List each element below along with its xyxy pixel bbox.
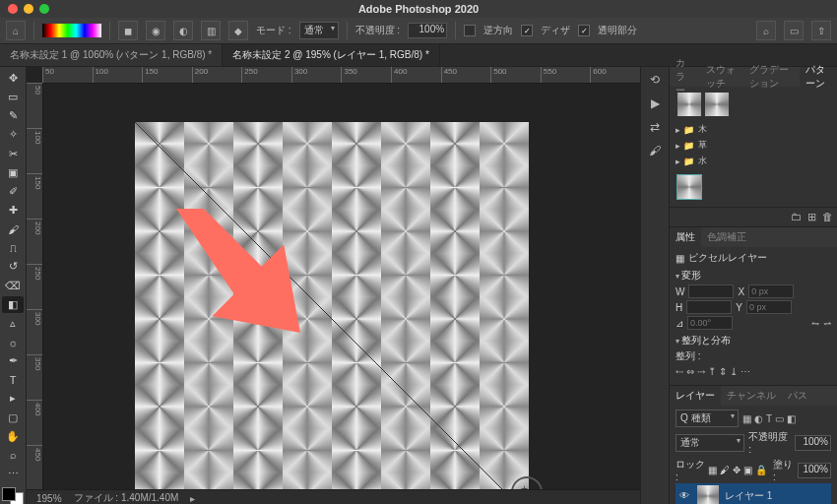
filter-type-icon[interactable]: T bbox=[766, 413, 772, 424]
new-pattern-icon[interactable]: ⊞ bbox=[807, 211, 816, 223]
dither-checkbox[interactable]: ✓ bbox=[521, 25, 533, 36]
filter-shape-icon[interactable]: ▭ bbox=[775, 413, 784, 424]
eyedropper-tool[interactable]: ✐ bbox=[2, 183, 24, 200]
crop-tool[interactable]: ✂ bbox=[2, 146, 24, 162]
workspace-icon[interactable]: ▭ bbox=[784, 21, 804, 40]
tab-channels[interactable]: チャンネル bbox=[721, 386, 782, 406]
zoom-readout[interactable]: 195% bbox=[36, 493, 62, 504]
delete-icon[interactable]: 🗑 bbox=[822, 211, 833, 223]
align-left-icon[interactable]: ⤎ bbox=[676, 366, 683, 377]
tab-gradients[interactable]: グラデーション bbox=[743, 67, 800, 87]
gradient-tool[interactable]: ◧ bbox=[2, 296, 24, 313]
transparency-checkbox[interactable]: ✓ bbox=[578, 25, 590, 36]
document-tab[interactable]: 名称未設定 1 @ 1060% (パターン 1, RGB/8) * bbox=[0, 44, 223, 66]
flip-v-icon[interactable]: ⥋ bbox=[823, 318, 831, 329]
type-tool[interactable]: T bbox=[2, 371, 24, 388]
edit-toolbar[interactable]: ⋯ bbox=[2, 466, 24, 482]
home-icon[interactable]: ⌂ bbox=[6, 21, 26, 40]
tab-paths[interactable]: パス bbox=[782, 386, 813, 406]
lock-position-icon[interactable]: ✥ bbox=[733, 465, 740, 475]
lasso-tool[interactable]: ✎ bbox=[2, 107, 24, 124]
align-top-icon[interactable]: ⤒ bbox=[708, 366, 716, 377]
pattern-folder[interactable]: 水 bbox=[676, 155, 831, 167]
layer-row[interactable]: 👁 レイヤー 1 bbox=[676, 483, 831, 504]
gradient-diamond-icon[interactable]: ◆ bbox=[228, 21, 248, 40]
x-input[interactable] bbox=[748, 284, 794, 298]
angle-input[interactable] bbox=[687, 316, 733, 330]
tab-color[interactable]: カラー bbox=[670, 67, 700, 87]
lock-artboard-icon[interactable]: ▣ bbox=[743, 465, 752, 475]
color-swatches[interactable] bbox=[42, 24, 101, 37]
canvas-area[interactable]: 50100150200250300350400450500550600 5010… bbox=[27, 67, 640, 504]
layer-name[interactable]: レイヤー 1 bbox=[725, 489, 772, 503]
pen-tool[interactable]: ✒ bbox=[2, 352, 24, 369]
align-vcenter-icon[interactable]: ⇕ bbox=[719, 366, 727, 377]
lock-all-icon[interactable]: 🔒 bbox=[755, 465, 767, 475]
distribute-icon[interactable]: ⋯ bbox=[740, 366, 750, 377]
pattern-folder[interactable]: 草 bbox=[676, 139, 831, 152]
layer-visibility-icon[interactable]: 👁 bbox=[679, 490, 691, 502]
brush-settings-icon[interactable]: ⇄ bbox=[646, 118, 664, 136]
layer-opacity-input[interactable]: 100% bbox=[795, 435, 831, 451]
fg-bg-colors[interactable] bbox=[2, 487, 24, 504]
document-tab[interactable]: 名称未設定 2 @ 195% (レイヤー 1, RGB/8) * bbox=[223, 44, 440, 66]
dodge-tool[interactable]: ☼ bbox=[2, 334, 24, 350]
history-brush-tool[interactable]: ↺ bbox=[2, 258, 24, 275]
blur-tool[interactable]: ▵ bbox=[2, 315, 24, 332]
opacity-input[interactable]: 100% bbox=[408, 23, 447, 38]
gradient-reflected-icon[interactable]: ▥ bbox=[201, 21, 221, 40]
transform-header[interactable]: 変形 bbox=[676, 269, 831, 283]
frame-tool[interactable]: ▣ bbox=[2, 164, 24, 181]
y-input[interactable] bbox=[746, 300, 792, 314]
width-input[interactable] bbox=[688, 284, 734, 298]
lock-image-icon[interactable]: 🖌 bbox=[720, 465, 730, 475]
document-canvas[interactable] bbox=[135, 122, 529, 504]
quick-select-tool[interactable]: ✧ bbox=[2, 126, 24, 143]
layer-filter-dropdown[interactable]: Q 種類 bbox=[676, 410, 739, 427]
flip-h-icon[interactable]: ⥊ bbox=[811, 318, 819, 329]
brush-tool[interactable]: 🖌 bbox=[2, 220, 24, 237]
align-bottom-icon[interactable]: ⤓ bbox=[730, 366, 738, 377]
filter-smart-icon[interactable]: ◧ bbox=[787, 413, 796, 424]
layer-thumbnail[interactable] bbox=[697, 485, 719, 504]
tab-patterns[interactable]: パターン bbox=[800, 67, 837, 88]
height-input[interactable] bbox=[686, 300, 732, 314]
spot-heal-tool[interactable]: ✚ bbox=[2, 202, 24, 219]
options-bar: ⌂ ◼ ◉ ◐ ▥ ◆ モード : 通常 不透明度 : 100% 逆方向 ✓ デ… bbox=[0, 18, 837, 44]
gradient-radial-icon[interactable]: ◉ bbox=[146, 21, 165, 40]
path-select-tool[interactable]: ▸ bbox=[2, 390, 24, 407]
actions-panel-icon[interactable]: ▶ bbox=[646, 94, 664, 112]
share-icon[interactable]: ⇧ bbox=[811, 21, 831, 40]
history-panel-icon[interactable]: ⟲ bbox=[646, 71, 664, 89]
align-header[interactable]: 整列と分布 bbox=[676, 334, 831, 347]
tab-properties[interactable]: 属性 bbox=[670, 227, 701, 248]
align-right-icon[interactable]: ⤏ bbox=[697, 366, 705, 377]
shape-tool[interactable]: ▢ bbox=[2, 410, 24, 426]
eraser-tool[interactable]: ⌫ bbox=[2, 278, 24, 294]
hand-tool[interactable]: ✋ bbox=[2, 428, 24, 445]
lock-transparent-icon[interactable]: ▦ bbox=[708, 465, 717, 475]
layer-fill-input[interactable]: 100% bbox=[798, 463, 831, 478]
tab-adjustments[interactable]: 色調補正 bbox=[701, 227, 752, 247]
search-icon[interactable]: ⌕ bbox=[756, 21, 776, 40]
pattern-thumb[interactable] bbox=[677, 93, 701, 116]
brushes-panel-icon[interactable]: 🖌 bbox=[646, 142, 664, 159]
layer-blend-dropdown[interactable]: 通常 bbox=[676, 434, 744, 452]
marquee-tool[interactable]: ▭ bbox=[2, 89, 24, 105]
reverse-checkbox[interactable] bbox=[464, 25, 476, 36]
pattern-folder[interactable]: 木 bbox=[676, 123, 831, 136]
filter-pixel-icon[interactable]: ▦ bbox=[742, 413, 751, 424]
pattern-thumb-selected[interactable] bbox=[677, 175, 701, 199]
tab-swatches[interactable]: スウォッチ bbox=[700, 67, 743, 87]
align-hcenter-icon[interactable]: ⇔ bbox=[686, 366, 694, 377]
clone-stamp-tool[interactable]: ⎍ bbox=[2, 239, 24, 256]
blend-mode-dropdown[interactable]: 通常 bbox=[299, 22, 339, 39]
pattern-thumb[interactable] bbox=[705, 93, 729, 116]
gradient-angle-icon[interactable]: ◐ bbox=[173, 21, 193, 40]
filter-adjust-icon[interactable]: ◐ bbox=[754, 413, 763, 424]
tab-layers[interactable]: レイヤー bbox=[670, 386, 721, 407]
gradient-linear-icon[interactable]: ◼ bbox=[118, 21, 138, 40]
move-tool[interactable]: ✥ bbox=[2, 70, 24, 87]
new-folder-icon[interactable]: 🗀 bbox=[791, 211, 802, 223]
zoom-tool[interactable]: ⌕ bbox=[2, 447, 24, 464]
